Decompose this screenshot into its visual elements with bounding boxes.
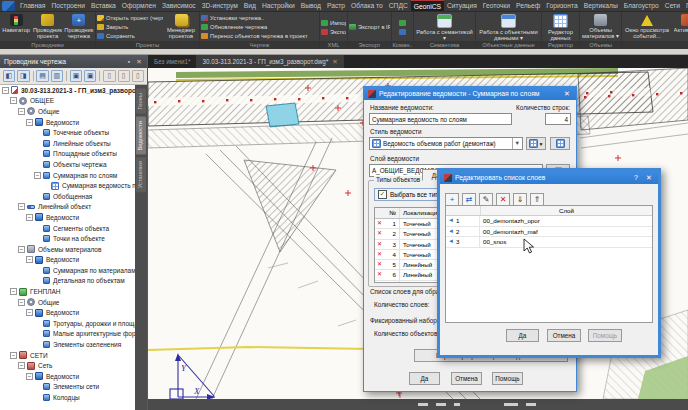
drawing-explorer-button[interactable]: +Проводник чертежа: [64, 13, 94, 41]
ribbon-tab-Геоточки[interactable]: Геоточки: [480, 0, 513, 11]
dialog-title-bar[interactable]: Редактировать список слоев ? ✕: [440, 171, 658, 184]
cancel-button[interactable]: Отмена: [547, 329, 581, 342]
semantics-button[interactable]: Работа с семантикой ▾: [415, 13, 474, 41]
tree-item[interactable]: −Ведомости: [0, 371, 135, 382]
ribbon-tab-Облака то[interactable]: Облака то: [348, 0, 386, 11]
expand-all-button[interactable]: ▤: [36, 70, 48, 82]
tree-item[interactable]: Объекты чертежа: [0, 159, 135, 170]
ribbon-tab-Вставка[interactable]: Вставка: [88, 0, 119, 11]
style-menu-button[interactable]: ▼: [526, 137, 546, 150]
activation-button[interactable]: Активац...: [672, 13, 688, 41]
ok-button[interactable]: Да: [506, 329, 539, 342]
tree-item[interactable]: −Ведомости: [0, 212, 135, 223]
help-button[interactable]: Помощь: [492, 372, 523, 385]
tree-expander-icon[interactable]: −: [18, 362, 25, 369]
excluded-x-icon[interactable]: ✕: [375, 240, 384, 249]
project-explorer-button[interactable]: Проводник проекта: [32, 13, 62, 41]
tree-expander-icon[interactable]: −: [2, 87, 9, 94]
layer-row[interactable]: ◄100_demontazh_opor: [446, 216, 652, 227]
ribbon-tab-Вертикалы[interactable]: Вертикалы: [581, 0, 621, 11]
tree-item[interactable]: Точечные объекты: [0, 127, 135, 138]
tree-item[interactable]: −Общие: [0, 106, 135, 117]
tree-expander-icon[interactable]: −: [18, 108, 25, 115]
ok-button[interactable]: Да: [409, 372, 440, 385]
ribbon-tab-Построени[interactable]: Построени: [48, 0, 88, 11]
transfer-objects-button[interactable]: Перенос объектов чертежа в проект: [201, 32, 318, 40]
tree-item[interactable]: Линейные объекты: [0, 138, 135, 149]
close-icon[interactable]: ✕: [135, 58, 143, 66]
help-button[interactable]: Помощь: [588, 329, 622, 342]
tree-item[interactable]: −Ведомости: [0, 255, 135, 266]
tree-expander-icon[interactable]: −: [10, 352, 17, 359]
tree-item[interactable]: −Линейный объект: [0, 202, 135, 213]
xml-import-button[interactable]: Импорт: [321, 19, 346, 27]
tree-expander-icon[interactable]: −: [26, 373, 33, 380]
tree-item[interactable]: Элементы сети: [0, 382, 135, 393]
excluded-x-icon[interactable]: ✕: [375, 219, 384, 228]
tree-item[interactable]: Детальная по объектам: [0, 276, 135, 287]
app-logo-icon[interactable]: [2, 1, 15, 11]
tree-expander-icon[interactable]: −: [18, 299, 25, 306]
cancel-button[interactable]: Отмена: [451, 372, 482, 385]
view-mode-1-button[interactable]: ▯: [103, 70, 115, 82]
tree-item[interactable]: −Ведомости: [0, 117, 135, 128]
data-editor-button[interactable]: Редактор данных: [543, 13, 578, 41]
close-project-button[interactable]: Закрыть: [97, 23, 163, 31]
document-tab-active[interactable]: 30.03-313.2021-3 - ГП_изм3_разворот.dwg*…: [196, 55, 343, 68]
layer-row[interactable]: ◄200_demontazh_maf: [446, 227, 652, 238]
style-edit-button[interactable]: [550, 137, 570, 150]
material-volumes-button[interactable]: Объемы материалов ▾: [581, 13, 620, 41]
excluded-x-icon[interactable]: ✕: [375, 229, 384, 238]
ribbon-tab-Сети[interactable]: Сети: [662, 0, 683, 11]
tree-item[interactable]: −Объемы материалов: [0, 244, 135, 255]
ribbon-tab-3D-инструм[interactable]: 3D-инструм: [199, 0, 241, 11]
tree-expander-icon[interactable]: −: [26, 119, 33, 126]
tree-item[interactable]: −Суммарная по слоям: [0, 170, 135, 181]
layer-row[interactable]: ◄300_snos: [446, 237, 652, 248]
tree-item[interactable]: Элементы озеленения: [0, 339, 135, 350]
excluded-x-icon[interactable]: ✕: [375, 270, 384, 279]
ribbon-tab-Главная[interactable]: Главная: [17, 0, 48, 11]
tree-expander-icon[interactable]: −: [26, 256, 33, 263]
tree-item[interactable]: Суммарная по материалам: [0, 265, 135, 276]
tree-item[interactable]: Обобщенная: [0, 191, 135, 202]
view-mode-3-button[interactable]: ▯: [132, 70, 144, 82]
ribbon-tab-Ситуация[interactable]: Ситуация: [444, 0, 480, 11]
ribbon-tab-Благоустро[interactable]: Благоустро: [621, 0, 662, 11]
open-report-button[interactable]: ◨: [17, 70, 29, 82]
tree-item[interactable]: −30.03-313.2021-3 - ГП_изм3_разворот.dwg: [0, 85, 135, 96]
ribbon-tab-Настройки[interactable]: Настройки: [259, 0, 298, 11]
update-report-button[interactable]: ▣: [84, 70, 96, 82]
close-tab-icon[interactable]: ✕: [332, 58, 337, 66]
open-project-button[interactable]: Открыть проект (чертеж)...: [97, 14, 163, 22]
tree-item[interactable]: −ГЕНПЛАН: [0, 286, 135, 297]
tree-expander-icon[interactable]: −: [10, 288, 17, 295]
close-icon[interactable]: ✕: [562, 90, 572, 98]
tree-expander-icon[interactable]: −: [10, 97, 17, 104]
export-ifc-button[interactable]: Экспорт в IFC: [349, 23, 390, 31]
tree-item[interactable]: −Ведомости: [0, 307, 135, 318]
tree-item[interactable]: Колодцы: [0, 392, 135, 403]
tree-item[interactable]: −Общие: [0, 297, 135, 308]
ribbon-tab-Вид[interactable]: Вид: [241, 0, 259, 11]
tree-item[interactable]: Суммарная ведомость по слоям: [0, 180, 135, 191]
ribbon-tab-Горизонта[interactable]: Горизонта: [543, 0, 580, 11]
tree-item[interactable]: Сегменты объекта: [0, 223, 135, 234]
drawing-settings-button[interactable]: Установки чертежа..: [201, 14, 318, 22]
tree-item[interactable]: Малые архитектурные формы: [0, 329, 135, 340]
side-tab-Ведомости[interactable]: Ведомости: [136, 117, 146, 155]
layers-table[interactable]: Слой ◄100_demontazh_opor◄200_demontazh_m…: [445, 205, 653, 323]
checkbox-checked-icon[interactable]: ✓: [378, 190, 387, 199]
drawing-update-button[interactable]: Обновление чертежа: [201, 23, 318, 31]
document-tab-unnamed[interactable]: Без имени1*: [148, 55, 196, 68]
view-mode-2-button[interactable]: ▯: [118, 70, 130, 82]
report-name-input[interactable]: Суммарная ведомость по слоям: [369, 113, 512, 125]
collapse-all-button[interactable]: ▥: [51, 70, 63, 82]
tree-item[interactable]: −Сеть: [0, 360, 135, 371]
command-flag-button[interactable]: [399, 19, 406, 27]
close-icon[interactable]: ✕: [644, 174, 654, 182]
filter-button[interactable]: ◧: [3, 70, 15, 82]
save-project-button[interactable]: Сохранить: [97, 32, 163, 40]
tree-expander-icon[interactable]: −: [26, 214, 33, 221]
side-tab-Установки[interactable]: Установки: [136, 157, 146, 192]
